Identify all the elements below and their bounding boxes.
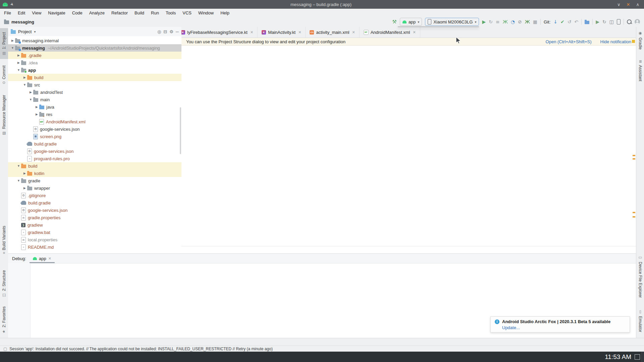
project-view-selector-icon[interactable]: ▾	[34, 30, 36, 34]
scrollbar-warning-mark[interactable]	[633, 212, 635, 213]
tree-row[interactable]: google-services.json	[8, 147, 181, 155]
git-update-button[interactable]: ↓	[553, 19, 557, 24]
banner-hide-link[interactable]: Hide notification	[600, 39, 632, 44]
apply-changes-button[interactable]: ↻	[489, 19, 493, 24]
expand-arrow-icon[interactable]: ▶	[34, 113, 39, 116]
navbar-project[interactable]: messaging	[11, 19, 34, 24]
tree-row[interactable]: ▼messaging~/AndroidStudioProjects/Quicks…	[8, 44, 181, 52]
tree-row[interactable]: ▼main	[8, 96, 181, 103]
project-panel-title[interactable]: Project	[18, 29, 32, 34]
tree-row[interactable]: ılılocal.properties	[8, 236, 181, 243]
menu-vcs[interactable]: VCS	[179, 10, 195, 15]
menu-navigate[interactable]: Navigate	[45, 10, 68, 15]
tree-row[interactable]: ≡proguard-rules.pro	[8, 155, 181, 162]
tree-row[interactable]: ▼build	[8, 162, 181, 170]
stripe-tab-device-file-explorer[interactable]: ▯Device File Explorer	[636, 251, 644, 303]
tree-row[interactable]: ▦screen.png	[8, 133, 181, 140]
run-gradle-task-button[interactable]: ▶	[596, 19, 599, 24]
git-history-button[interactable]: ↺	[568, 19, 572, 24]
menu-edit[interactable]: Edit	[14, 10, 29, 15]
hide-panel-icon[interactable]: ─	[176, 29, 179, 34]
tree-row[interactable]: ≡gradlew.bat	[8, 229, 181, 236]
wrench-icon[interactable]: ⚒	[392, 19, 396, 24]
debug-tab-app[interactable]: app ✕	[30, 254, 55, 263]
tree-row[interactable]: ▶messaging.internal	[8, 37, 181, 44]
close-icon[interactable]: ✕	[413, 30, 416, 35]
avd-manager-button[interactable]: ◫	[609, 19, 614, 24]
locate-file-icon[interactable]: ◎	[157, 29, 161, 34]
collapse-arrow-icon[interactable]: ▼	[16, 68, 21, 72]
expand-arrow-icon[interactable]: ▶	[16, 54, 21, 57]
expand-arrow-icon[interactable]: ▶	[10, 39, 15, 42]
project-tree-scrollbar[interactable]	[180, 107, 181, 154]
tree-row[interactable]: .gitignore	[8, 192, 181, 199]
collapse-arrow-icon[interactable]: ▼	[10, 46, 15, 50]
show-desktop-button[interactable]	[635, 354, 640, 360]
sync-project-button[interactable]: ↻	[602, 19, 606, 24]
collapse-arrow-icon[interactable]: ▼	[16, 164, 21, 168]
expand-arrow-icon[interactable]: ▶	[22, 172, 27, 175]
scrollbar-warning-mark[interactable]	[633, 155, 635, 156]
tree-row[interactable]: google-services.json	[8, 125, 181, 133]
menu-window[interactable]: Window	[195, 10, 217, 15]
tree-row[interactable]: ▼gradle	[8, 177, 181, 184]
tree-row[interactable]: build.gradle	[8, 140, 181, 147]
profile-button[interactable]: ◔	[511, 19, 515, 24]
tree-row[interactable]: ▶.gradle	[8, 52, 181, 59]
banner-open-link[interactable]: Open (Ctrl+Alt+Shift+S)	[546, 39, 592, 44]
desktop-edge-strip[interactable]	[641, 352, 644, 362]
tree-row[interactable]: build.gradle	[8, 199, 181, 206]
code-editor[interactable]	[181, 46, 636, 246]
tree-row[interactable]: ▼src	[8, 81, 181, 88]
tree-row[interactable]: ılıgradle.properties	[8, 214, 181, 221]
git-commit-button[interactable]: ✔	[560, 19, 565, 24]
expand-arrow-icon[interactable]: ▶	[16, 61, 21, 64]
panel-settings-icon[interactable]: ⚙	[169, 29, 173, 34]
tree-row[interactable]: ▼app	[8, 66, 181, 74]
menu-code[interactable]: Code	[69, 10, 86, 15]
attach-debugger-button[interactable]: Ж	[525, 19, 530, 24]
menu-file[interactable]: File	[0, 10, 14, 15]
tree-row[interactable]: google-services.json	[8, 206, 181, 214]
tree-row[interactable]: ≡README.md	[8, 243, 181, 251]
stripe-tab-emulator[interactable]: ▭Emulator	[636, 306, 644, 337]
stop-button[interactable]: ■	[533, 19, 537, 24]
module-selector[interactable]: app▾	[400, 18, 422, 26]
device-selector[interactable]: Xiaomi M2006C3LG▾	[425, 18, 479, 26]
collapse-arrow-icon[interactable]: ▼	[16, 179, 21, 182]
project-structure-button[interactable]	[585, 21, 589, 24]
collapse-arrow-icon[interactable]: ▼	[22, 83, 27, 86]
scrollbar-warning-mark[interactable]	[633, 158, 635, 160]
tree-row[interactable]: ▶wrapper	[8, 184, 181, 192]
expand-arrow-icon[interactable]: ▶	[34, 105, 39, 109]
editor-tab-androidmanifest-xml[interactable]: MFAndroidManifest.xml✕	[360, 27, 420, 38]
collapse-arrow-icon[interactable]: ▼	[28, 98, 33, 101]
stripe-tab-commit[interactable]: ⊙Commit	[0, 62, 8, 88]
update-link[interactable]: Update...	[502, 325, 626, 330]
expand-arrow-icon[interactable]: ▶	[28, 90, 33, 94]
git-rollback-button[interactable]: ↶	[575, 19, 579, 24]
attach-profiler-button[interactable]: ⊘	[518, 19, 522, 24]
stripe-tab-2-favorites[interactable]: ★2: Favorites	[0, 303, 8, 337]
expand-arrow-icon[interactable]: ▶	[22, 76, 27, 79]
close-icon[interactable]: ✕	[250, 30, 253, 35]
tree-row[interactable]: ▶res	[8, 111, 181, 118]
inspection-status-icon[interactable]	[632, 40, 635, 43]
close-icon[interactable]: ✕	[298, 30, 301, 35]
stripe-tab-gradle[interactable]: ◉Gradle	[636, 28, 644, 53]
tree-row[interactable]: ❯gradlew	[8, 221, 181, 229]
scrollbar-warning-mark[interactable]	[633, 216, 635, 218]
stripe-tab-1-project[interactable]: ▤1: Project	[0, 28, 8, 59]
menu-refactor[interactable]: Refactor	[108, 10, 131, 15]
close-button[interactable]: ✕	[627, 2, 630, 7]
search-icon[interactable]	[627, 19, 632, 24]
tree-row[interactable]: ▶kotlin	[8, 170, 181, 177]
close-icon[interactable]: ✕	[48, 256, 51, 261]
stripe-tab-build-variants[interactable]: ≡Build Variants	[0, 221, 8, 258]
menu-help[interactable]: Help	[217, 10, 233, 15]
tree-row[interactable]: ▶androidTest	[8, 88, 181, 96]
tree-row[interactable]: ▶java	[8, 103, 181, 111]
stripe-tab-2-structure[interactable]: ◫2: Structure	[0, 267, 8, 300]
tree-row[interactable]: MFAndroidManifest.xml	[8, 118, 181, 125]
menu-view[interactable]: View	[29, 10, 45, 15]
